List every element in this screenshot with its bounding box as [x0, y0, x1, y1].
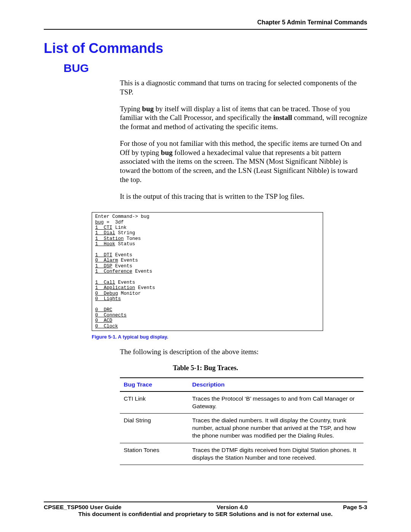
body-block: This is a diagnostic command that turns …: [120, 78, 367, 201]
heading-list-of-commands: List of Commands: [44, 40, 367, 56]
page-footer: CPSEE_TSP500 User Guide Version 4.0 Page…: [44, 502, 367, 518]
fig-g3-l2-a: 1 Application: [95, 285, 135, 291]
fig-line-cmd: Enter Command-> bug: [95, 214, 150, 219]
table-cell-trace: Station Tones: [120, 443, 188, 465]
paragraph-4: It is the output of this tracing that is…: [120, 192, 367, 201]
table-row: CTI Link Traces the Protocol ‘B’ message…: [120, 391, 363, 414]
table-header-bug-trace: Bug Trace: [120, 378, 188, 391]
heading-bug: BUG: [64, 62, 367, 75]
paragraph-1: This is a diagnostic command that turns …: [120, 78, 367, 97]
paragraph-2: Typing bug by itself will display a list…: [120, 104, 367, 131]
fig-g1-l1-b: Link: [112, 225, 127, 230]
bottom-rule: [44, 502, 367, 502]
fig-g2-l3-a: 1 DSP: [95, 264, 112, 269]
table-header-row: Bug Trace Description: [120, 378, 363, 391]
table-cell-desc: Traces the dialed numbers. It will displ…: [188, 414, 363, 443]
figure-caption: Figure 5-1. A typical bug display.: [92, 334, 367, 340]
paragraph-2-bold-bug: bug: [142, 105, 154, 113]
fig-g4-l2-a: 0 Connects: [95, 313, 127, 318]
fig-g3-l3-a: 0 Debug: [95, 291, 118, 296]
fig-g1-l2-a: 1 Dial: [95, 230, 115, 236]
page: Chapter 5 Admin Terminal Commands List o…: [0, 0, 411, 532]
bug-traces-table: Bug Trace Description CTI Link Traces th…: [120, 377, 363, 465]
table-cell-desc: Traces the Protocol ‘B’ messages to and …: [188, 391, 363, 414]
table-cell-trace: Dial String: [120, 414, 188, 443]
after-figure-intro: The following is description of the abov…: [120, 347, 367, 356]
table-cell-desc: Traces the DTMF digits received from Dig…: [188, 443, 363, 465]
fig-g4-l1-a: 0 DRC: [95, 307, 112, 313]
table-row: Dial String Traces the dialed numbers. I…: [120, 414, 363, 443]
fig-g1-l3-a: 1 Station: [95, 236, 124, 241]
fig-g2-l3-b: Events: [112, 264, 132, 269]
fig-g3-l2-b: Events: [135, 285, 155, 291]
fig-g4-l3-a: 0 ACD: [95, 318, 112, 323]
fig-g1-l2-b: String: [115, 230, 135, 236]
fig-g1-l4-b: Status: [115, 241, 135, 247]
fig-g4-l4-a: 0 Clock: [95, 324, 118, 329]
figure-bug-display: Enter Command-> bug bug = 3df 1 CTI Link…: [92, 212, 323, 331]
fig-g2-l1-a: 1 DTI: [95, 252, 112, 258]
fig-g3-l1-a: 1 Call: [95, 280, 115, 285]
fig-g2-l1-b: Events: [112, 252, 132, 258]
table-caption: Table 5-1: Bug Traces.: [44, 364, 367, 372]
chapter-header: Chapter 5 Admin Terminal Commands: [44, 19, 367, 26]
fig-g3-l1-b: Events: [115, 280, 135, 285]
footer-doc-title: CPSEE_TSP500 User Guide: [44, 504, 121, 511]
after-figure-intro-text: The following is description of the abov…: [120, 347, 367, 356]
paragraph-2-part-a: Typing: [120, 105, 142, 113]
fig-g1-l4-a: 1 Hook: [95, 241, 115, 247]
fig-g2-l2-b: Events: [118, 258, 138, 263]
fig-g2-l4-b: Events: [132, 269, 153, 274]
paragraph-3-bold-bug: bug: [161, 149, 173, 157]
table-header-description: Description: [188, 378, 363, 391]
fig-g3-l4-a: 0 Lights: [95, 296, 121, 302]
paragraph-2-bold-install: install: [273, 113, 292, 121]
footer-row1: CPSEE_TSP500 User Guide Version 4.0 Page…: [44, 504, 367, 511]
footer-page-number: Page 5-3: [343, 504, 367, 511]
table-cell-trace: CTI Link: [120, 391, 188, 414]
fig-line-val-b: = 3df: [104, 220, 124, 225]
footer-confidential: This document is confidential and propri…: [44, 511, 367, 518]
fig-line-val-a: bug: [95, 220, 104, 225]
footer-version: Version 4.0: [217, 504, 248, 511]
fig-g1-l1-a: 1 CTI: [95, 225, 112, 230]
fig-g3-l3-b: Monitor: [118, 291, 141, 296]
table-row: Station Tones Traces the DTMF digits rec…: [120, 443, 363, 465]
top-rule: [44, 29, 367, 30]
fig-g2-l2-a: 0 Alarm: [95, 258, 118, 263]
fig-g1-l3-b: Tones: [124, 236, 141, 241]
fig-g2-l4-a: 1 Conference: [95, 269, 132, 274]
paragraph-3: For those of you not familiar with this …: [120, 139, 367, 184]
